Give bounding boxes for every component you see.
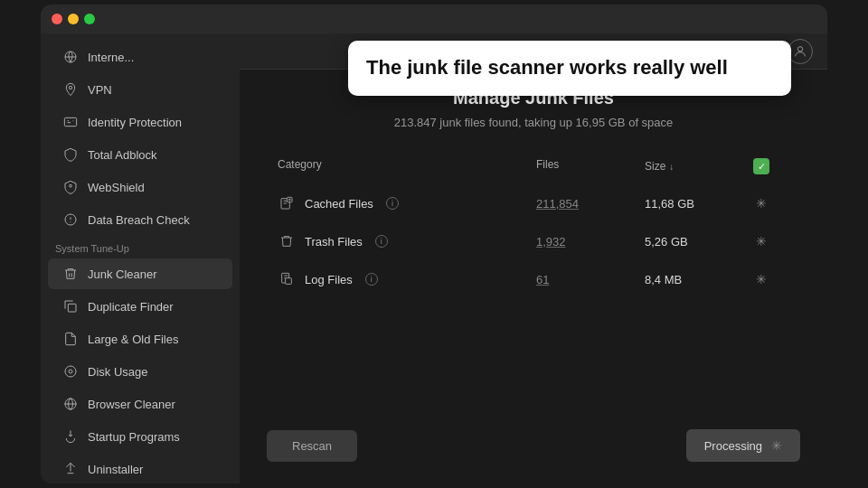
sidebar-item-disk-label: Disk Usage — [88, 365, 147, 379]
header-select-all: ✓ — [753, 158, 789, 174]
trash-info-icon[interactable]: i — [375, 235, 388, 248]
sidebar-item-adblock[interactable]: Total Adblock — [48, 139, 232, 170]
sidebar-item-webshield-label: WebShield — [88, 181, 145, 194]
table-row: Log Files i 61 8,4 MB ✳ — [267, 261, 800, 297]
trash-files-icon — [278, 232, 296, 250]
sidebar-item-browser-label: Browser Cleaner — [88, 398, 175, 411]
svg-rect-2 — [64, 117, 76, 126]
page-title: Manage Junk Files — [267, 88, 800, 108]
system-tuneup-label: System Tune-Up — [41, 236, 240, 258]
sidebar-item-duplicate[interactable]: Duplicate Finder — [48, 291, 232, 322]
log-file-size: 8,4 MB — [645, 273, 753, 286]
log-files-icon — [278, 270, 296, 288]
header-files: Files — [536, 158, 645, 174]
sidebar-item-uninstaller-label: Uninstaller — [88, 463, 143, 476]
location-icon — [62, 81, 79, 98]
sidebar-item-junk-label: Junk Cleaner — [88, 267, 157, 281]
trash-spinner: ✳ — [753, 233, 769, 249]
maximize-button[interactable] — [84, 14, 95, 24]
app-window: Interne... VPN Identity Protection — [41, 5, 827, 483]
svg-point-3 — [70, 184, 72, 187]
sidebar-item-breach[interactable]: Data Breach Check — [48, 204, 232, 235]
header-category: Category — [278, 158, 536, 174]
browser-icon — [62, 396, 79, 412]
svg-rect-14 — [286, 278, 292, 285]
log-file-count: 61 — [536, 273, 645, 286]
log-spinner: ✳ — [753, 271, 769, 287]
content-topbar — [240, 33, 827, 70]
sidebar-item-vpn[interactable]: VPN — [48, 74, 232, 105]
cached-file-count: 211,854 — [536, 197, 645, 211]
sort-arrow-icon: ↓ — [669, 162, 674, 172]
globe-icon — [62, 49, 79, 65]
sidebar-item-identity-label: Identity Protection — [88, 116, 182, 129]
table-row: Cached Files i 211,854 11,68 GB ✳ — [267, 185, 800, 221]
spinner-icon: ✳ — [756, 234, 767, 249]
adblock-icon — [62, 146, 79, 163]
cached-files-icon — [278, 194, 296, 212]
log-info-icon[interactable]: i — [365, 273, 378, 286]
svg-point-1 — [69, 86, 71, 89]
sidebar-item-breach-label: Data Breach Check — [88, 213, 190, 227]
header-size[interactable]: Size ↓ — [645, 158, 753, 174]
processing-button[interactable]: Processing ✳ — [686, 429, 800, 462]
id-card-icon — [62, 114, 79, 130]
svg-point-7 — [69, 370, 72, 373]
sidebar-item-internet-label: Interne... — [88, 51, 134, 64]
sidebar-item-duplicate-label: Duplicate Finder — [88, 300, 174, 314]
sidebar-item-junk-cleaner[interactable]: Junk Cleaner — [48, 258, 232, 289]
sidebar-item-startup[interactable]: Startup Programs — [48, 421, 232, 452]
sidebar-item-browser-cleaner[interactable]: Browser Cleaner — [48, 389, 232, 419]
content-body: Manage Junk Files 213.847 junk files fou… — [240, 70, 827, 483]
breach-icon — [62, 211, 79, 228]
buttons-row: Rescan Processing ✳ — [267, 415, 800, 465]
spinner-icon: ✳ — [756, 272, 767, 286]
category-cell-log: Log Files i — [278, 270, 536, 288]
svg-rect-5 — [68, 304, 76, 312]
svg-point-10 — [797, 46, 802, 51]
sidebar-item-large-files[interactable]: Large & Old Files — [48, 324, 232, 354]
file-icon — [62, 331, 79, 347]
minimize-button[interactable] — [68, 14, 79, 24]
main-area: Interne... VPN Identity Protection — [41, 33, 827, 483]
sidebar-item-identity-protection[interactable]: Identity Protection — [48, 107, 232, 137]
sidebar: Interne... VPN Identity Protection — [41, 33, 240, 483]
cached-file-size: 11,68 GB — [645, 197, 753, 211]
sidebar-item-vpn-label: VPN — [88, 83, 112, 97]
sidebar-item-disk-usage[interactable]: Disk Usage — [48, 356, 232, 387]
cached-info-icon[interactable]: i — [386, 197, 399, 210]
processing-spinner-icon: ✳ — [771, 438, 782, 453]
category-cell-trash: Trash Files i — [278, 232, 536, 250]
uninstall-icon — [62, 461, 79, 477]
category-trash-label: Trash Files — [305, 235, 363, 249]
title-bar — [41, 5, 827, 33]
trash-icon — [62, 266, 79, 282]
table-row: Trash Files i 1,932 5,26 GB ✳ — [267, 223, 800, 259]
svg-point-6 — [65, 366, 76, 377]
duplicate-icon — [62, 298, 79, 314]
disk-icon — [62, 363, 79, 380]
sidebar-item-adblock-label: Total Adblock — [88, 148, 157, 162]
spinner-icon: ✳ — [756, 196, 767, 211]
cached-spinner: ✳ — [753, 195, 769, 211]
category-cell-cached: Cached Files i — [278, 194, 536, 212]
sidebar-item-startup-label: Startup Programs — [88, 430, 180, 444]
sidebar-item-webshield[interactable]: WebShield — [48, 172, 232, 202]
trash-file-count: 1,932 — [536, 235, 645, 249]
check-icon: ✓ — [758, 161, 766, 173]
account-button[interactable] — [788, 39, 813, 64]
sidebar-item-uninstaller[interactable]: Uninstaller — [48, 454, 232, 483]
table-header: Category Files Size ↓ ✓ — [267, 151, 800, 182]
rescan-button[interactable]: Rescan — [267, 430, 357, 462]
processing-label: Processing — [704, 439, 762, 453]
sidebar-item-large-label: Large & Old Files — [88, 333, 178, 346]
trash-file-size: 5,26 GB — [645, 235, 753, 249]
page-subtitle: 213.847 junk files found, taking up 16,9… — [267, 116, 800, 129]
sidebar-item-internet[interactable]: Interne... — [48, 42, 232, 72]
content-pane: Manage Junk Files 213.847 junk files fou… — [240, 33, 827, 483]
startup-icon — [62, 428, 79, 445]
select-all-checkbox[interactable]: ✓ — [753, 158, 769, 174]
category-log-label: Log Files — [305, 273, 353, 286]
close-button[interactable] — [52, 14, 62, 24]
traffic-lights — [52, 14, 95, 24]
